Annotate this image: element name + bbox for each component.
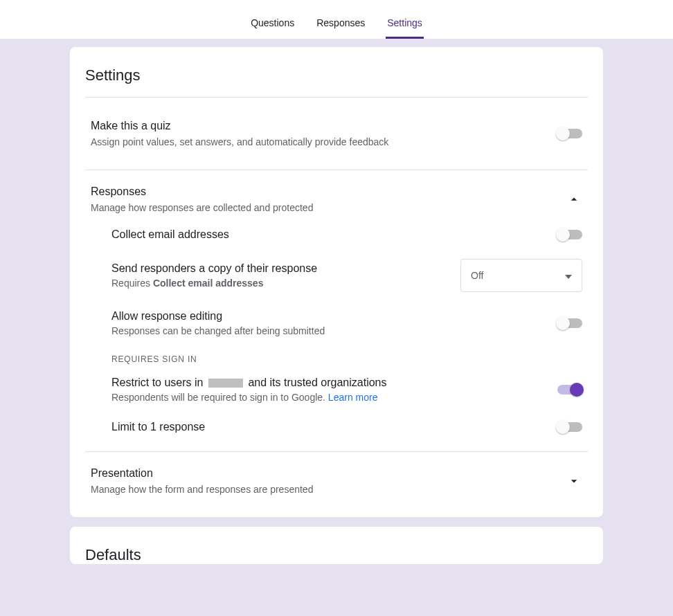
send-copy-desc: Requires Collect email addresses xyxy=(111,278,317,289)
presentation-title: Presentation xyxy=(91,467,552,480)
responses-sub: Manage how responses are collected and p… xyxy=(91,202,552,213)
defaults-title: Defaults xyxy=(85,539,588,564)
allow-edit-toggle[interactable] xyxy=(557,318,582,328)
send-copy-select[interactable]: Off xyxy=(460,259,582,292)
canvas-background: Settings Make this a quiz Assign point v… xyxy=(0,39,673,616)
tab-questions[interactable]: Questions xyxy=(249,17,296,39)
limit-toggle[interactable] xyxy=(557,422,582,432)
top-tab-bar: Questions Responses Settings xyxy=(0,0,673,39)
quiz-sub: Assign point values, set answers, and au… xyxy=(91,136,544,147)
tab-settings[interactable]: Settings xyxy=(386,17,424,39)
dropdown-icon xyxy=(565,270,572,281)
presentation-section: Presentation Manage how the form and res… xyxy=(85,452,588,510)
restrict-toggle[interactable] xyxy=(557,385,582,395)
send-copy-label: Send responders a copy of their response xyxy=(111,262,317,275)
quiz-section: Make this a quiz Assign point values, se… xyxy=(85,98,588,170)
chevron-down-icon[interactable] xyxy=(566,473,582,489)
page-title: Settings xyxy=(85,60,588,97)
defaults-card: Defaults xyxy=(70,527,603,564)
allow-edit-label: Allow response editing xyxy=(111,310,325,323)
chevron-up-icon[interactable] xyxy=(566,191,582,208)
send-copy-select-value: Off xyxy=(471,270,483,281)
redacted-org xyxy=(208,379,243,388)
requires-signin-label: REQUIRES SIGN IN xyxy=(111,354,582,364)
quiz-toggle[interactable] xyxy=(557,129,582,138)
responses-title: Responses xyxy=(91,185,552,198)
responses-section: Responses Manage how responses are colle… xyxy=(85,170,588,452)
collect-email-label: Collect email addresses xyxy=(111,228,229,241)
presentation-sub: Manage how the form and responses are pr… xyxy=(91,484,552,495)
tab-responses[interactable]: Responses xyxy=(315,17,366,39)
allow-edit-desc: Responses can be changed after being sub… xyxy=(111,325,325,336)
restrict-desc: Respondents will be required to sign in … xyxy=(111,392,387,403)
learn-more-link[interactable]: Learn more xyxy=(328,392,378,403)
settings-card: Settings Make this a quiz Assign point v… xyxy=(70,47,603,517)
limit-label: Limit to 1 response xyxy=(111,421,205,433)
restrict-label: Restrict to users in and its trusted org… xyxy=(111,377,387,389)
quiz-title: Make this a quiz xyxy=(91,120,544,132)
collect-email-toggle[interactable] xyxy=(557,230,582,239)
